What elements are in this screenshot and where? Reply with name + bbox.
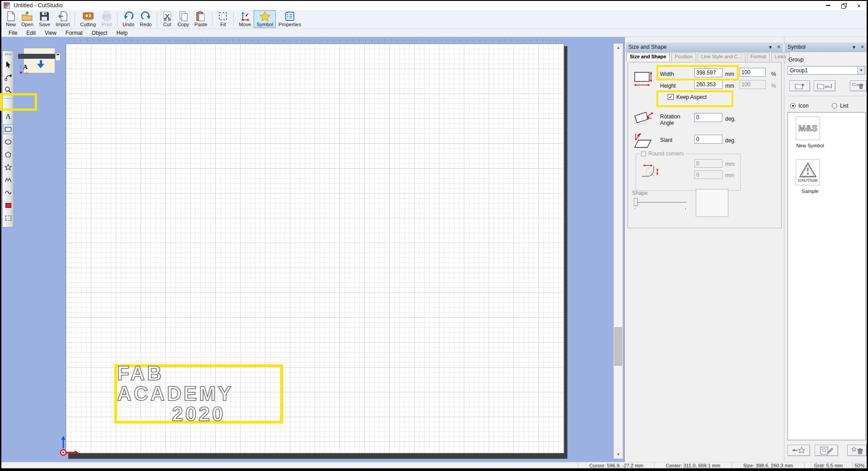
node-edit-tool[interactable] [3, 72, 13, 82]
select-area-tool[interactable] [3, 213, 13, 223]
round-corners-legend: Round corners [639, 151, 686, 157]
shape-slider-thumb[interactable] [634, 198, 638, 206]
copy-button[interactable]: Copy [175, 10, 192, 28]
panel-collapse-icon[interactable]: ▼ [852, 45, 856, 50]
star-trash-icon [850, 447, 864, 455]
toolbar-separator [212, 12, 212, 26]
menu-format[interactable]: Format [61, 29, 87, 37]
paste-button[interactable]: Paste [192, 10, 210, 28]
height-input[interactable] [694, 80, 722, 89]
polyline-tool[interactable] [3, 175, 13, 185]
icon-view-radio[interactable] [790, 103, 796, 108]
save-button[interactable]: Save [36, 10, 53, 28]
close-button[interactable]: × [851, 1, 867, 10]
fit-button[interactable]: Fit [215, 10, 231, 28]
highlight-text-tool [0, 93, 37, 111]
width-percent-unit: % [771, 71, 776, 77]
scroll-down-button[interactable]: ▼ [614, 451, 623, 458]
symbol-button[interactable]: Symbol [254, 10, 276, 28]
svg-text:abc: abc [825, 85, 830, 89]
canvas-vscrollbar[interactable]: ▲ ▼ [613, 43, 623, 459]
symbol-item-new-symbol[interactable]: M&S [796, 117, 820, 140]
round-corners-label: Round corners [648, 151, 684, 157]
move-button[interactable]: Move [236, 10, 254, 28]
open-folder-icon [21, 11, 33, 22]
redo-icon [141, 11, 151, 22]
menu-help[interactable]: Help [112, 29, 132, 37]
shape-slider-track [634, 202, 686, 203]
menu-object[interactable]: Object [87, 29, 112, 37]
import-icon [57, 11, 68, 22]
height-percent-input [740, 80, 766, 89]
symbol-group-select[interactable]: Group1 ▼ [788, 66, 865, 75]
minimize-button[interactable] [821, 1, 836, 10]
menu-view[interactable]: View [40, 29, 61, 37]
delete-symbol-button[interactable] [847, 445, 867, 456]
palette-grip[interactable] [5, 53, 11, 55]
new-document-icon [6, 11, 16, 22]
tab-position[interactable]: Position [671, 52, 696, 61]
panel-close-icon[interactable]: × [861, 44, 864, 50]
menu-file[interactable]: File [4, 29, 22, 37]
main-toolbar: New Open Save Import Cutting Print Undo [1, 10, 867, 29]
shape-label: Shape [632, 190, 648, 196]
tab-format[interactable]: Format [747, 52, 770, 61]
slant-icon [632, 132, 655, 149]
cutstudio-window: Untitled - CutStudio × New Open Save Imp… [0, 0, 868, 471]
import-symbol-button[interactable] [788, 445, 810, 456]
select-tool[interactable] [3, 60, 13, 70]
arrow-into-star-icon [792, 447, 806, 454]
ellipse-tool[interactable] [3, 137, 13, 147]
scroll-thumb[interactable] [614, 327, 622, 366]
group-selected-value: Group1 [788, 67, 857, 74]
size-shape-tabs: Size and Shape Position Line Style and C… [626, 52, 783, 61]
move-axes-icon [240, 11, 250, 22]
redo-button[interactable]: Redo [137, 10, 154, 28]
scroll-up-button[interactable]: ▲ [614, 44, 623, 52]
open-button[interactable]: Open [19, 10, 36, 28]
rectangle-tool[interactable] [3, 124, 13, 134]
star-tool[interactable] [3, 162, 13, 172]
delete-group-button[interactable] [850, 80, 867, 91]
star-icon [259, 11, 271, 22]
cutting-button[interactable]: Cutting [77, 10, 99, 28]
group-label: Group [788, 57, 803, 63]
rename-group-button[interactable]: abc [814, 80, 835, 91]
edit-symbol-button[interactable] [815, 445, 838, 456]
panel-collapse-icon[interactable]: ▼ [768, 45, 773, 50]
cut-button[interactable]: Cut [160, 10, 175, 28]
properties-button[interactable]: Properties [276, 10, 304, 28]
new-button[interactable]: New [3, 10, 19, 28]
clipboard-icon [195, 11, 206, 22]
symbol-item-label: New Symbol [783, 143, 837, 148]
icon-view-label: Icon [798, 103, 809, 109]
panel-close-icon[interactable]: × [777, 44, 780, 50]
width-percent-input[interactable] [740, 68, 766, 77]
round-corner-icon [640, 163, 661, 181]
curve-tool[interactable] [3, 188, 13, 198]
symbol-item-sample[interactable]: CAUTION [796, 159, 820, 185]
text-tool[interactable]: A [3, 112, 13, 122]
folder-plus-icon [795, 82, 805, 89]
menu-edit[interactable]: Edit [22, 29, 40, 37]
tab-size-and-shape[interactable]: Size and Shape [626, 52, 670, 61]
fill-color-swatch[interactable] [3, 200, 13, 210]
import-button[interactable]: Import [53, 10, 72, 28]
chevron-down-icon[interactable]: ▼ [857, 66, 865, 74]
caution-word-glyph: CAUTION [798, 178, 817, 183]
tab-line-style[interactable]: Line Style and C... [698, 52, 745, 61]
undo-button[interactable]: Undo [120, 10, 137, 28]
artwork-selection[interactable]: FAB ACADEMY 2020 [114, 364, 283, 424]
scissors-icon [162, 11, 172, 22]
toolbar-separator [157, 12, 157, 26]
list-view-radio[interactable] [832, 103, 837, 108]
media-origin-icon: ↑A→ [18, 47, 63, 77]
new-group-button[interactable] [789, 80, 810, 91]
restore-button[interactable] [836, 1, 851, 10]
height-unit: mm [725, 83, 734, 89]
tab-links[interactable]: Links [771, 52, 790, 61]
slant-input[interactable] [694, 135, 722, 144]
red-color-icon [5, 203, 11, 208]
polygon-tool[interactable] [3, 150, 13, 160]
rotation-input[interactable] [694, 113, 722, 122]
